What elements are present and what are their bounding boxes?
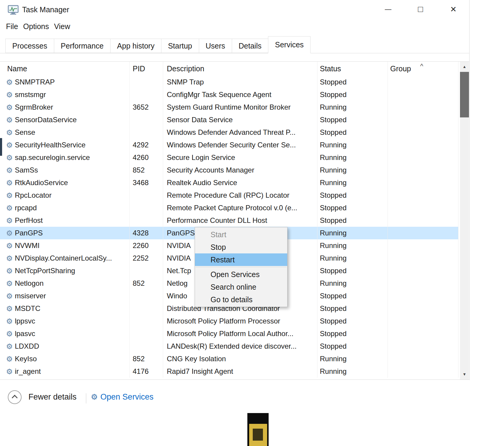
background-window-fragment [247, 413, 269, 446]
column-header-group[interactable]: Group^ [388, 62, 458, 76]
service-description: Microsoft Policy Platform Processor [163, 315, 317, 327]
background-window-fragment-mark [253, 429, 263, 441]
window-title: Task Manager [22, 5, 69, 14]
vertical-scrollbar[interactable]: ▲ ▼ [460, 62, 469, 380]
service-pid [130, 126, 163, 139]
tab-performance[interactable]: Performance [54, 39, 111, 53]
tab-app-history[interactable]: App history [110, 39, 161, 53]
tab-processes[interactable]: Processes [5, 39, 54, 53]
scroll-up-icon[interactable]: ▲ [460, 62, 469, 71]
menu-view[interactable]: View [54, 22, 70, 31]
service-group [388, 353, 458, 365]
maximize-button[interactable]: □ [406, 0, 435, 20]
service-status: Running [317, 239, 388, 252]
context-menu-item-start: Start [195, 228, 287, 241]
left-edge-artifact [0, 138, 2, 156]
context-menu-item-search-online[interactable]: Search online [195, 281, 287, 293]
service-description: Windows Defender Security Center Se... [163, 139, 317, 151]
service-group [388, 340, 458, 353]
service-gear-icon: ⚙ [6, 141, 13, 149]
column-header-description[interactable]: Description [163, 62, 317, 76]
service-row-lppsvc[interactable]: ⚙ lppsvc Microsoft Policy Platform Proce… [0, 315, 458, 327]
service-row-securityhealthservice[interactable]: ⚙ SecurityHealthService 4292 Windows Def… [0, 139, 458, 151]
service-gear-icon: ⚙ [6, 330, 13, 338]
minimize-button[interactable]: — [374, 0, 402, 20]
service-pid: 852 [130, 353, 163, 365]
service-row-rpclocator[interactable]: ⚙ RpcLocator Remote Procedure Call (RPC)… [0, 189, 458, 202]
service-pid: 4328 [130, 227, 163, 239]
column-header-name[interactable]: Name [0, 62, 130, 76]
service-row-sense[interactable]: ⚙ Sense Windows Defender Advanced Threat… [0, 126, 458, 139]
service-status: Stopped [317, 290, 388, 302]
service-name: MSDTC [15, 302, 40, 315]
service-description: Performance Counter DLL Host [163, 214, 317, 227]
column-header-status[interactable]: Status [317, 62, 388, 76]
service-row-sap-securelogin-service[interactable]: ⚙ sap.securelogin.service 4260 Secure Lo… [0, 151, 458, 164]
service-row-rtkaudioservice[interactable]: ⚙ RtkAudioService 3468 Realtek Audio Ser… [0, 176, 458, 189]
service-row-snmptrap[interactable]: ⚙ SNMPTRAP SNMP Trap Stopped [0, 76, 458, 88]
service-gear-icon: ⚙ [6, 167, 13, 174]
service-row-sgrmbroker[interactable]: ⚙ SgrmBroker 3652 System Guard Runtime M… [0, 101, 458, 114]
service-gear-icon: ⚙ [6, 204, 13, 212]
service-group [388, 126, 458, 139]
scrollbar-thumb[interactable] [460, 72, 469, 117]
service-description: Remote Procedure Call (RPC) Locator [163, 189, 317, 202]
service-row-ldxdd[interactable]: ⚙ LDXDD LANDesk(R) Extended device disco… [0, 340, 458, 353]
service-row-sensordataservice[interactable]: ⚙ SensorDataService Sensor Data Service … [0, 114, 458, 126]
service-name: msiserver [15, 290, 46, 302]
service-row-rpcapd[interactable]: ⚙ rpcapd Remote Packet Capture Protocol … [0, 202, 458, 214]
service-status: Running [317, 227, 388, 239]
service-name: Sense [15, 126, 35, 139]
column-header-pid[interactable]: PID [130, 62, 163, 76]
service-gear-icon: ⚙ [6, 368, 13, 375]
service-status: Stopped [317, 88, 388, 101]
service-gear-icon: ⚙ [6, 129, 13, 136]
context-menu-item-open-services[interactable]: Open Services [195, 268, 287, 281]
menu-file[interactable]: File [6, 22, 18, 31]
tab-details[interactable]: Details [232, 39, 268, 53]
service-group [388, 164, 458, 176]
service-pid: 3652 [130, 101, 163, 114]
service-group [388, 214, 458, 227]
table-body: ⚙ SNMPTRAP SNMP Trap Stopped ⚙ smstsmgr … [0, 76, 458, 378]
service-gear-icon: ⚙ [6, 267, 13, 275]
context-menu-item-stop[interactable]: Stop [195, 241, 287, 253]
service-row-samss[interactable]: ⚙ SamSs 852 Security Accounts Manager Ru… [0, 164, 458, 176]
service-status: Stopped [317, 327, 388, 340]
scroll-down-icon[interactable]: ▼ [460, 370, 469, 379]
context-menu-item-go-to-details[interactable]: Go to details [195, 293, 287, 306]
service-name: RtkAudioService [15, 176, 68, 189]
service-row-ir-agent[interactable]: ⚙ ir_agent 4176 Rapid7 Insight Agent Run… [0, 365, 458, 378]
fewer-details-label[interactable]: Fewer details [28, 392, 77, 402]
service-group [388, 264, 458, 277]
tab-users[interactable]: Users [199, 39, 232, 53]
service-name: smstsmgr [15, 88, 46, 101]
context-menu: StartStopRestartOpen ServicesSearch onli… [195, 227, 287, 307]
fewer-details-button[interactable] [8, 390, 22, 404]
service-pid [130, 88, 163, 101]
service-name: RpcLocator [15, 189, 52, 202]
menu-options[interactable]: Options [23, 22, 49, 31]
service-row-lpasvc[interactable]: ⚙ lpasvc Microsoft Policy Platform Local… [0, 327, 458, 340]
service-gear-icon: ⚙ [6, 104, 13, 111]
title-bar: Task Manager — □ ✕ [0, 0, 469, 21]
service-pid [130, 264, 163, 277]
service-group [388, 189, 458, 202]
open-services-link[interactable]: ⚙ Open Services [91, 392, 153, 402]
service-name: lpasvc [15, 327, 35, 340]
service-row-perfhost[interactable]: ⚙ PerfHost Performance Counter DLL Host … [0, 214, 458, 227]
service-row-smstsmgr[interactable]: ⚙ smstsmgr ConfigMgr Task Sequence Agent… [0, 88, 458, 101]
service-row-keyiso[interactable]: ⚙ KeyIso 852 CNG Key Isolation Running [0, 353, 458, 365]
tab-services[interactable]: Services [268, 36, 311, 53]
service-gear-icon: ⚙ [6, 154, 13, 161]
chevron-up-icon [12, 395, 18, 401]
service-group [388, 315, 458, 327]
tab-startup[interactable]: Startup [161, 39, 199, 53]
context-menu-item-restart[interactable]: Restart [195, 253, 287, 266]
service-gear-icon: ⚙ [6, 192, 13, 199]
service-status: Running [317, 365, 388, 378]
service-group [388, 327, 458, 340]
service-gear-icon: ⚙ [6, 179, 13, 187]
service-name: NVWMI [15, 239, 40, 252]
close-button[interactable]: ✕ [439, 0, 468, 20]
